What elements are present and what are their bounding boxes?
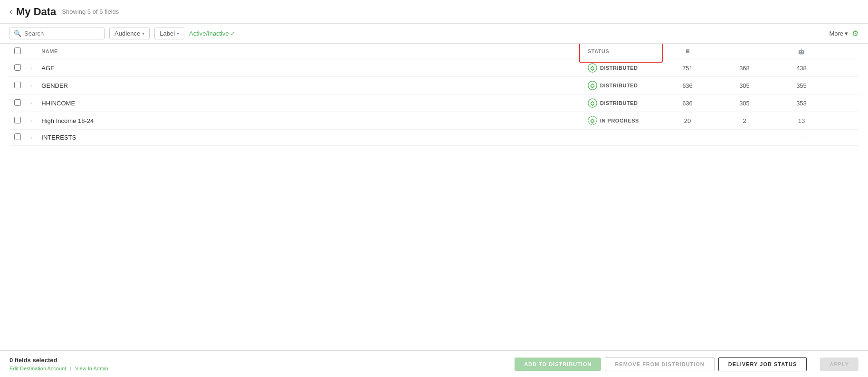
data-table: NAME STATUS 🖥 🤖 ›AGE [10, 44, 858, 146]
android-column-header: 🤖 [773, 44, 830, 59]
table-row: ›High Income 18-24 IN PROGRESS 20213 [10, 112, 858, 130]
label-filter-button[interactable]: Label ▾ [154, 28, 184, 39]
active-inactive-check-icon: ✓ [230, 31, 235, 37]
status-column-header: STATUS [583, 44, 659, 59]
row-checkbox[interactable] [14, 64, 21, 71]
remove-from-distribution-button[interactable]: REMOVE FROM DISTRIBUTION [605, 357, 714, 371]
more-button[interactable]: More ▾ [829, 30, 848, 37]
row-checkbox[interactable] [14, 82, 21, 88]
row-actions [830, 94, 858, 112]
row-android-count: — [773, 130, 830, 146]
table-container: NAME STATUS 🖥 🤖 ›AGE [0, 44, 868, 350]
row-desktop-count: 20 [659, 112, 716, 130]
page-footer: 0 fields selected Edit Destination Accou… [0, 350, 868, 377]
row-checkbox[interactable] [14, 117, 21, 123]
page-title: My Data [16, 6, 56, 18]
distributed-icon [588, 63, 597, 73]
footer-actions: ADD TO DISTRIBUTION REMOVE FROM DISTRIBU… [515, 357, 858, 371]
status-label: DISTRIBUTED [600, 65, 638, 71]
row-checkbox[interactable] [14, 133, 21, 140]
status-label: DISTRIBUTED [600, 100, 638, 106]
table-row: ›GENDER DISTRIBUTED 636305355 [10, 77, 858, 94]
row-actions [830, 59, 858, 77]
row-name: High Income 18-24 [37, 112, 583, 130]
svg-point-0 [588, 64, 597, 72]
table-row: ›AGE DISTRIBUTED 751368438 [10, 59, 858, 77]
gear-button[interactable]: ⚙ [852, 29, 858, 38]
edit-destination-account-link[interactable]: Edit Destination Account [10, 366, 66, 371]
apply-button[interactable]: APPLY [820, 358, 858, 371]
row-expander[interactable]: › [26, 130, 37, 146]
row-checkbox[interactable] [14, 99, 21, 106]
row-desktop-count: 636 [659, 77, 716, 94]
inprogress-icon [588, 116, 597, 125]
distributed-icon [588, 98, 597, 108]
back-button[interactable]: ‹ [10, 7, 12, 17]
row-expander[interactable]: › [26, 94, 37, 112]
row-expander[interactable]: › [26, 59, 37, 77]
table-row: ›INTERESTS——— [10, 130, 858, 146]
row-android-count: 438 [773, 59, 830, 77]
row-status: IN PROGRESS [583, 112, 659, 130]
row-android-count: 353 [773, 94, 830, 112]
name-column-header: NAME [37, 44, 583, 59]
more-chevron-icon: ▾ [845, 30, 848, 37]
active-inactive-filter[interactable]: Active/Inactive ✓ [189, 30, 235, 37]
svg-point-2 [588, 99, 597, 107]
row-expander[interactable]: › [26, 77, 37, 94]
row-actions [830, 77, 858, 94]
delivery-job-status-button[interactable]: DELIVERY JOB STATUS [718, 357, 807, 371]
distributed-icon [588, 81, 597, 90]
row-desktop-count: — [659, 130, 716, 146]
audience-filter-button[interactable]: Audience ▾ [109, 28, 150, 39]
row-name: HHINCOME [37, 94, 583, 112]
row-android-count: 13 [773, 112, 830, 130]
row-status: DISTRIBUTED [583, 59, 659, 77]
toolbar-right: More ▾ ⚙ [829, 29, 858, 38]
audience-filter-label: Audience [114, 30, 140, 37]
select-all-header[interactable] [10, 44, 26, 59]
row-desktop-count: 751 [659, 59, 716, 77]
status-label: DISTRIBUTED [600, 83, 638, 88]
row-apple-count: 368 [716, 59, 773, 77]
row-actions [830, 112, 858, 130]
actions-column-header [830, 44, 858, 59]
page-header: ‹ My Data Showing 5 of 5 fields [0, 0, 868, 24]
search-input[interactable] [24, 30, 100, 37]
page-subtitle: Showing 5 of 5 fields [62, 8, 119, 15]
status-label: IN PROGRESS [600, 118, 639, 123]
label-chevron-icon: ▾ [177, 31, 179, 36]
row-actions [830, 130, 858, 146]
row-desktop-count: 636 [659, 94, 716, 112]
footer-link-divider: | [70, 366, 71, 371]
row-name: INTERESTS [37, 130, 583, 146]
search-icon: 🔍 [14, 30, 21, 37]
toolbar: 🔍 Audience ▾ Label ▾ Active/Inactive ✓ M… [0, 24, 868, 44]
audience-chevron-icon: ▾ [142, 31, 144, 36]
search-box[interactable]: 🔍 [10, 28, 105, 39]
select-all-checkbox[interactable] [14, 47, 21, 54]
row-status: DISTRIBUTED [583, 77, 659, 94]
row-apple-count: 305 [716, 94, 773, 112]
desktop-column-header: 🖥 [659, 44, 716, 59]
table-header-row: NAME STATUS 🖥 🤖 [10, 44, 858, 59]
row-android-count: 355 [773, 77, 830, 94]
active-inactive-label: Active/Inactive [189, 30, 229, 37]
row-name: AGE [37, 59, 583, 77]
row-status: DISTRIBUTED [583, 94, 659, 112]
svg-point-3 [588, 116, 597, 125]
add-to-distribution-button[interactable]: ADD TO DISTRIBUTION [515, 358, 601, 371]
expander-header [26, 44, 37, 59]
fields-selected-count: 0 fields selected [10, 357, 108, 364]
row-expander[interactable]: › [26, 112, 37, 130]
row-apple-count: 305 [716, 77, 773, 94]
view-in-admin-link[interactable]: View In Admin [75, 366, 108, 371]
row-name: GENDER [37, 77, 583, 94]
row-apple-count: 2 [716, 112, 773, 130]
more-label: More [829, 30, 843, 37]
desktop-icon: 🖥 [685, 48, 690, 54]
footer-links: Edit Destination Account | View In Admin [10, 366, 108, 371]
apple-column-header [716, 44, 773, 59]
row-status [583, 130, 659, 146]
label-filter-label: Label [160, 30, 175, 37]
